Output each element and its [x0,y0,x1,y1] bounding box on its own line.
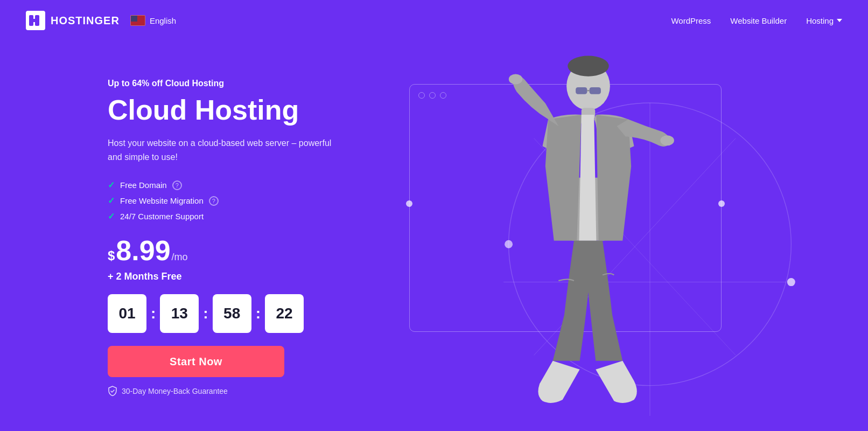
dot-3 [440,92,446,99]
feature-label: 24/7 Customer Support [120,212,204,221]
feature-free-domain: ✓ Free Domain ? [108,180,377,190]
countdown-minutes: 13 [160,294,199,333]
hero-image-area [377,62,842,431]
svg-rect-12 [590,87,601,94]
countdown-seconds: 58 [213,294,251,333]
feature-label: Free Website Migration [120,196,204,205]
help-icon-domain[interactable]: ? [172,180,182,190]
help-icon-migration[interactable]: ? [209,196,219,206]
dot-2 [429,92,436,99]
nav-hosting-dropdown[interactable]: Hosting [806,16,842,25]
person-image [452,52,678,418]
features-list: ✓ Free Domain ? ✓ Free Website Migration… [108,180,377,221]
pricing: $ 8.99 /mo [108,237,377,265]
start-now-button[interactable]: Start Now [108,346,284,377]
brand-name: HOSTINGER [51,15,120,27]
svg-point-14 [568,55,609,76]
dot-1 [418,92,425,99]
price-display: $ 8.99 /mo [108,237,377,265]
promo-tag: Up to 64% off Cloud Hosting [108,79,377,88]
frame-dot-right [718,200,725,207]
feature-label: Free Domain [120,180,167,190]
nav-left: HOSTINGER English [26,11,176,30]
svg-point-16 [509,74,523,84]
feature-migration: ✓ Free Website Migration ? [108,196,377,206]
countdown-sep-1: : [151,305,156,322]
hero-title: Cloud Hosting [108,95,377,126]
nav-wordpress[interactable]: WordPress [671,16,711,25]
countdown-ms: 22 [265,294,304,333]
money-back-guarantee: 30-Day Money-Back Guarantee [108,386,377,397]
countdown-sep-2: : [203,305,208,322]
hero-section: Up to 64% off Cloud Hosting Cloud Hostin… [0,41,868,431]
svg-rect-11 [576,87,587,94]
hero-description: Host your website on a cloud-based web s… [108,136,334,164]
check-icon: ✓ [108,196,115,206]
shield-icon [108,386,117,397]
price-dollar: $ [108,248,115,263]
logo-icon [26,11,45,30]
language-label: English [150,16,176,25]
chevron-down-icon [837,19,842,22]
countdown-sep-3: : [256,305,261,322]
logo[interactable]: HOSTINGER [26,11,120,30]
countdown-hours: 01 [108,294,146,333]
nav-website-builder[interactable]: Website Builder [730,16,787,25]
hero-content: Up to 64% off Cloud Hosting Cloud Hostin… [108,62,377,397]
price-period: /mo [172,252,188,263]
flag-icon [130,15,145,26]
guarantee-text: 30-Day Money-Back Guarantee [122,387,228,395]
price-amount: 8.99 [116,237,170,265]
svg-point-17 [660,135,674,145]
svg-rect-2 [29,19,39,22]
check-icon: ✓ [108,211,115,221]
feature-support: ✓ 24/7 Customer Support [108,211,377,221]
nav-right: WordPress Website Builder Hosting [671,16,842,25]
countdown-timer: 01 : 13 : 58 : 22 [108,294,377,333]
nav-hosting-label: Hosting [806,16,834,25]
language-selector[interactable]: English [130,15,176,26]
price-bonus: + 2 Months Free [108,271,377,282]
navbar: HOSTINGER English WordPress Website Buil… [0,0,868,41]
frame-dot-left [406,200,412,207]
svg-point-8 [787,278,795,286]
check-icon: ✓ [108,180,115,190]
